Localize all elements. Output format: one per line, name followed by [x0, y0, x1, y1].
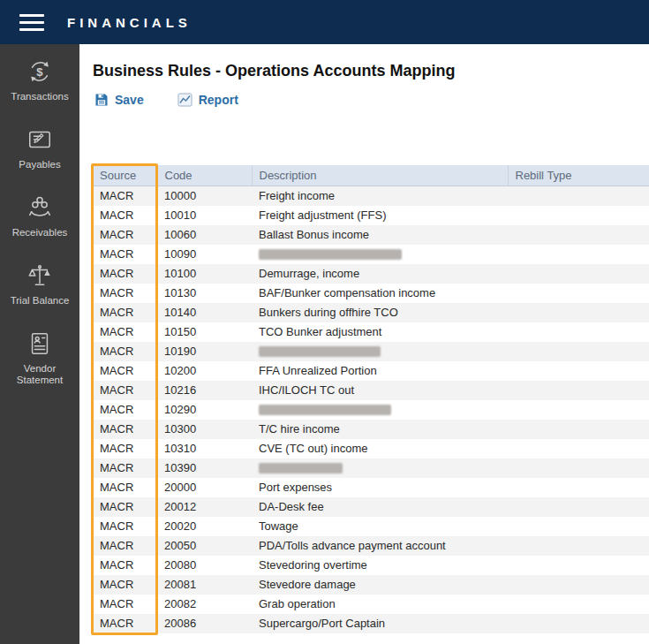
code-cell[interactable]: 20050: [157, 536, 252, 556]
description-cell[interactable]: Grab operation: [252, 595, 508, 614]
hamburger-menu-icon[interactable]: [19, 14, 44, 31]
description-cell[interactable]: Stevedoring overtime: [252, 556, 508, 575]
description-cell[interactable]: FFA Unrealized Portion: [252, 361, 508, 381]
source-cell[interactable]: MACR: [93, 595, 157, 614]
source-cell[interactable]: MACR: [93, 575, 157, 595]
code-cell[interactable]: 10060: [157, 225, 252, 245]
rebill-type-cell[interactable]: [508, 497, 649, 517]
description-cell[interactable]: TCO Bunker adjustment: [252, 322, 508, 342]
rebill-type-cell[interactable]: [508, 342, 649, 361]
code-cell[interactable]: 10010: [157, 206, 252, 225]
source-cell[interactable]: MACR: [93, 420, 157, 439]
source-cell[interactable]: MACR: [93, 322, 157, 342]
description-cell[interactable]: Ballast Bonus income: [252, 225, 508, 245]
rebill-type-cell[interactable]: [508, 206, 649, 225]
table-row[interactable]: MACR10000Freight income: [93, 186, 649, 206]
source-cell[interactable]: MACR: [93, 245, 157, 264]
description-cell[interactable]: [252, 342, 508, 361]
description-cell[interactable]: IHC/ILOCH TC out: [252, 381, 508, 400]
table-row[interactable]: MACR10140Bunkers during offhire TCO: [93, 303, 649, 322]
table-row[interactable]: MACR20000Port expenses: [93, 478, 649, 497]
description-cell[interactable]: Demurrage, income: [252, 264, 508, 284]
table-row[interactable]: MACR10200FFA Unrealized Portion: [93, 361, 649, 381]
description-cell[interactable]: CVE (TC out) income: [252, 439, 508, 458]
table-row[interactable]: MACR10150TCO Bunker adjustment: [93, 322, 649, 342]
rebill-type-cell[interactable]: [508, 400, 649, 420]
rebill-type-cell[interactable]: [508, 186, 649, 206]
source-cell[interactable]: MACR: [93, 400, 157, 420]
report-button[interactable]: Report: [177, 93, 238, 107]
code-cell[interactable]: 10390: [157, 458, 252, 478]
code-cell[interactable]: 20080: [157, 556, 252, 575]
column-header-code[interactable]: Code: [157, 165, 252, 186]
table-row[interactable]: MACR20086Supercargo/Port Captain: [93, 614, 649, 633]
table-row[interactable]: MACR10100Demurrage, income: [93, 264, 649, 284]
sidebar-item-receivables[interactable]: Receivables: [0, 194, 79, 239]
rebill-type-cell[interactable]: [508, 614, 649, 633]
column-header-description[interactable]: Description: [252, 165, 508, 186]
description-cell[interactable]: BAF/Bunker compensation income: [252, 284, 508, 303]
source-cell[interactable]: MACR: [93, 361, 157, 381]
source-cell[interactable]: MACR: [93, 497, 157, 517]
code-cell[interactable]: 10000: [157, 186, 252, 206]
sidebar-item-vendor-statement[interactable]: Vendor Statement: [0, 330, 79, 386]
code-cell[interactable]: 10130: [157, 284, 252, 303]
description-cell[interactable]: Freight income: [252, 186, 508, 206]
sidebar-item-trial-balance[interactable]: Trial Balance: [0, 262, 79, 307]
description-cell[interactable]: Supercargo/Port Captain: [252, 614, 508, 633]
source-cell[interactable]: MACR: [93, 342, 157, 361]
rebill-type-cell[interactable]: [508, 420, 649, 439]
column-header-rebill-type[interactable]: Rebill Type: [508, 165, 649, 186]
code-cell[interactable]: 10200: [157, 361, 252, 381]
code-cell[interactable]: 10100: [157, 264, 252, 284]
rebill-type-cell[interactable]: [508, 575, 649, 595]
rebill-type-cell[interactable]: [508, 381, 649, 400]
save-button[interactable]: Save: [94, 93, 144, 107]
rebill-type-cell[interactable]: [508, 478, 649, 497]
code-cell[interactable]: 20086: [157, 614, 252, 633]
table-row[interactable]: MACR20020Towage: [93, 517, 649, 536]
code-cell[interactable]: 10216: [157, 381, 252, 400]
rebill-type-cell[interactable]: [508, 245, 649, 264]
code-cell[interactable]: 10090: [157, 245, 252, 264]
code-cell[interactable]: 10190: [157, 342, 252, 361]
table-row[interactable]: MACR10216IHC/ILOCH TC out: [93, 381, 649, 400]
source-cell[interactable]: MACR: [93, 284, 157, 303]
description-cell[interactable]: Stevedore damage: [252, 575, 508, 595]
source-cell[interactable]: MACR: [93, 458, 157, 478]
table-row[interactable]: MACR10130BAF/Bunker compensation income: [93, 284, 649, 303]
source-cell[interactable]: MACR: [93, 186, 157, 206]
code-cell[interactable]: 10150: [157, 322, 252, 342]
table-row[interactable]: MACR20012DA-Desk fee: [93, 497, 649, 517]
rebill-type-cell[interactable]: [508, 361, 649, 381]
rebill-type-cell[interactable]: [508, 517, 649, 536]
description-cell[interactable]: [252, 400, 508, 420]
source-cell[interactable]: MACR: [93, 517, 157, 536]
code-cell[interactable]: 10300: [157, 420, 252, 439]
source-cell[interactable]: MACR: [93, 536, 157, 556]
table-row[interactable]: MACR10310CVE (TC out) income: [93, 439, 649, 458]
rebill-type-cell[interactable]: [508, 225, 649, 245]
table-row[interactable]: MACR20080Stevedoring overtime: [93, 556, 649, 575]
rebill-type-cell[interactable]: [508, 595, 649, 614]
description-cell[interactable]: PDA/Tolls advance payment account: [252, 536, 508, 556]
rebill-type-cell[interactable]: [508, 439, 649, 458]
rebill-type-cell[interactable]: [508, 458, 649, 478]
table-row[interactable]: MACR10390: [93, 458, 649, 478]
code-cell[interactable]: 20082: [157, 595, 252, 614]
description-cell[interactable]: [252, 245, 508, 264]
table-row[interactable]: MACR10090: [93, 245, 649, 264]
source-cell[interactable]: MACR: [93, 478, 157, 497]
source-cell[interactable]: MACR: [93, 556, 157, 575]
source-cell[interactable]: MACR: [93, 225, 157, 245]
rebill-type-cell[interactable]: [508, 322, 649, 342]
code-cell[interactable]: 20012: [157, 497, 252, 517]
description-cell[interactable]: Port expenses: [252, 478, 508, 497]
source-cell[interactable]: MACR: [93, 206, 157, 225]
table-row[interactable]: MACR10290: [93, 400, 649, 420]
source-cell[interactable]: MACR: [93, 381, 157, 400]
rebill-type-cell[interactable]: [508, 536, 649, 556]
source-cell[interactable]: MACR: [93, 303, 157, 322]
code-cell[interactable]: 20081: [157, 575, 252, 595]
table-row[interactable]: MACR20081Stevedore damage: [93, 575, 649, 595]
